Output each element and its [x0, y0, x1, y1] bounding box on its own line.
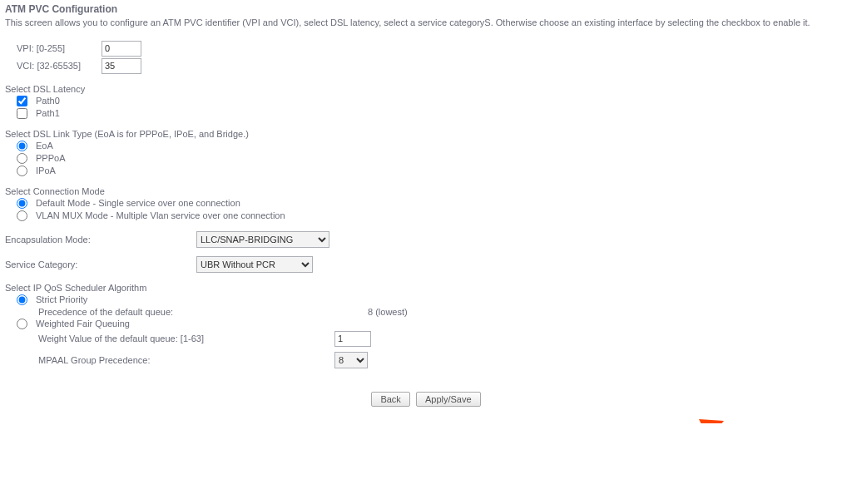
- page-title: ATM PVC Configuration: [5, 3, 847, 15]
- back-button[interactable]: Back: [371, 392, 409, 407]
- qos-heading: Select IP QoS Scheduler Algorithm: [5, 283, 847, 293]
- pppoa-label: PPPoA: [36, 153, 65, 163]
- dsl-link-type-heading: Select DSL Link Type (EoA is for PPPoE, …: [5, 129, 847, 139]
- eoa-label: EoA: [36, 141, 53, 151]
- path1-label: Path1: [36, 108, 60, 118]
- vci-label: VCI: [32-65535]: [17, 61, 97, 71]
- wfq-weight-label: Weight Value of the default queue: [1-63…: [38, 334, 329, 343]
- mpaal-label: MPAAL Group Precedence:: [38, 355, 329, 365]
- default-mode-label: Default Mode - Single service over one c…: [36, 198, 240, 208]
- svg-marker-1: [699, 419, 724, 423]
- annotation-arrow: [474, 416, 741, 423]
- ipoa-label: IPoA: [36, 166, 56, 175]
- path0-checkbox[interactable]: [17, 96, 27, 106]
- wfq-weight-input[interactable]: [334, 331, 371, 347]
- path1-checkbox[interactable]: [17, 108, 27, 119]
- eoa-radio[interactable]: [17, 141, 27, 151]
- strict-precedence-value: 8 (lowest): [368, 307, 408, 317]
- strict-priority-label: Strict Priority: [36, 294, 87, 304]
- strict-precedence-label: Precedence of the default queue:: [38, 307, 363, 317]
- service-category-label: Service Category:: [5, 259, 196, 269]
- vci-input[interactable]: [102, 58, 141, 74]
- encapsulation-select[interactable]: LLC/SNAP-BRIDGING: [196, 231, 329, 248]
- wfq-label: Weighted Fair Queuing: [36, 319, 130, 329]
- vlan-mux-radio[interactable]: [17, 210, 27, 221]
- encapsulation-label: Encapsulation Mode:: [5, 235, 196, 245]
- conn-mode-heading: Select Connection Mode: [5, 186, 847, 196]
- vpi-input[interactable]: [102, 41, 141, 57]
- wfq-radio[interactable]: [17, 319, 27, 329]
- mpaal-select[interactable]: 8: [334, 352, 368, 368]
- service-category-select[interactable]: UBR Without PCR: [196, 256, 313, 273]
- dsl-latency-heading: Select DSL Latency: [5, 84, 847, 94]
- apply-save-button[interactable]: Apply/Save: [416, 392, 481, 407]
- ipoa-radio[interactable]: [17, 166, 27, 176]
- path0-label: Path0: [36, 96, 60, 106]
- page-description: This screen allows you to configure an A…: [5, 17, 845, 29]
- vpi-label: VPI: [0-255]: [17, 43, 97, 53]
- pppoa-radio[interactable]: [17, 153, 27, 164]
- default-mode-radio[interactable]: [17, 198, 27, 209]
- vlan-mux-label: VLAN MUX Mode - Multiple Vlan service ov…: [36, 210, 285, 220]
- strict-priority-radio[interactable]: [17, 294, 27, 305]
